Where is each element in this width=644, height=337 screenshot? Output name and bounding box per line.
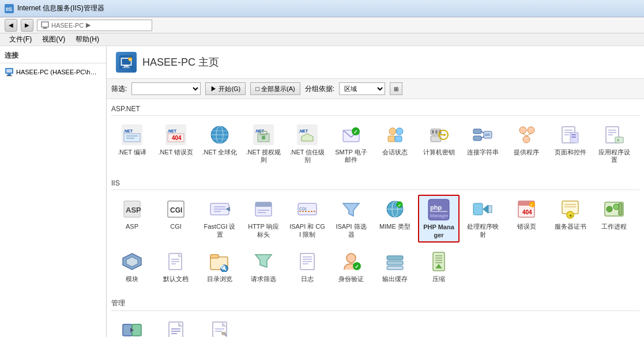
icon-output-cache[interactable]: 输出缓存: [374, 247, 416, 286]
svg-rect-7: [7, 74, 11, 75]
group-label: 分组依据:: [305, 84, 334, 94]
svg-rect-12: [122, 67, 130, 69]
svg-point-116: [607, 206, 612, 212]
svg-line-55: [481, 131, 484, 133]
show-all-button[interactable]: □ 全部显示(A): [250, 82, 300, 95]
icon-handler-map[interactable]: 处理程序映射: [462, 195, 503, 242]
icon-label: .NET 全球化: [202, 149, 238, 156]
svg-point-40: [389, 128, 396, 135]
icon-default-doc[interactable]: 默认文档: [155, 247, 197, 286]
menu-file[interactable]: 文件(F): [5, 33, 36, 46]
icon-dotnet-compile[interactable]: .NET .NET 编译: [111, 120, 153, 166]
icon-label: 身份验证: [338, 275, 364, 283]
start-button[interactable]: ▶ 开始(G): [205, 82, 246, 95]
svg-line-56: [481, 137, 484, 138]
filter-bar: 筛选: ▶ 开始(G) □ 全部显示(A) 分组依据: 区域 ⊞: [107, 79, 644, 99]
page-header: IIS HASEE-PC 主页: [107, 46, 644, 79]
svg-rect-11: [124, 65, 129, 67]
svg-rect-140: [387, 256, 403, 260]
svg-rect-53: [473, 136, 481, 141]
icon-dotnet-error[interactable]: .NET404 .NET 错误页: [155, 120, 197, 166]
icon-label: 会话状态: [382, 149, 408, 156]
icon-func-delegate[interactable]: 功能委派: [111, 316, 153, 337]
iis-icons-grid-2: 模块 默认文档 目录浏览: [111, 247, 639, 286]
svg-rect-68: [571, 134, 576, 135]
sidebar-item-haseepc[interactable]: HASEE-PC (HASEE-PC\hase: [0, 66, 106, 78]
icon-label: ISAPI 和 CGI 限制: [289, 223, 325, 238]
icon-php-manager[interactable]: phpManager PHP Manager: [418, 195, 460, 242]
svg-rect-86: [255, 202, 272, 207]
view-button[interactable]: ⊞: [390, 82, 402, 95]
back-button[interactable]: ◀: [5, 19, 17, 32]
window-title: Internet 信息服务(IIS)管理器: [17, 3, 104, 13]
svg-line-62: [526, 134, 531, 136]
icon-label: 错误页: [517, 223, 536, 230]
icon-page-controls[interactable]: 页面和控件: [549, 120, 591, 166]
icon-shared-config[interactable]: 共享的配置: [155, 316, 197, 337]
icon-asp[interactable]: ASP ASP: [111, 195, 153, 242]
icon-dotnet-trust[interactable]: .NET .NET 信任级别: [287, 120, 328, 166]
iis-label: IIS: [111, 176, 639, 190]
icon-work-process[interactable]: 工作进程: [593, 195, 635, 242]
page-header-icon: IIS: [116, 52, 137, 73]
icon-dir-browse[interactable]: 目录浏览: [199, 247, 240, 286]
svg-rect-17: [124, 134, 140, 142]
content-area: IIS HASEE-PC 主页 筛选: ▶ 开始(G) □ 全部显示(A) 分组…: [107, 46, 644, 337]
icon-error-pages[interactable]: 404! 错误页: [506, 195, 547, 242]
icon-dotnet-globalize[interactable]: .NET 全球化: [199, 120, 240, 166]
icon-dotnet-auth[interactable]: .NET .NET 授权规则: [243, 120, 284, 166]
icon-label: .NET 错误页: [159, 149, 194, 156]
icon-mime[interactable]: ✓ MIME 类型: [374, 195, 416, 242]
filter-select[interactable]: [131, 82, 201, 95]
icon-cgi[interactable]: CGI CGI: [155, 195, 197, 242]
icon-label: .NET 授权规则: [246, 149, 281, 164]
sidebar: 连接 HASEE-PC (HASEE-PC\hase: [0, 46, 107, 337]
icon-isapi-filter[interactable]: ISAPI 筛选器: [330, 195, 372, 242]
icon-auth[interactable]: ✓ 身份验证: [330, 247, 372, 286]
forward-button[interactable]: ▶: [21, 19, 33, 32]
icon-isapi-cgi[interactable]: CGI ISAPI 和 CGI 限制: [287, 195, 328, 242]
sidebar-item-label: HASEE-PC (HASEE-PC\hase: [16, 69, 97, 75]
svg-point-137: [347, 253, 356, 263]
icon-http-headers[interactable]: HTTP 响应标头: [243, 195, 284, 242]
icon-app-settings[interactable]: ≡ 应用程序设置: [593, 120, 635, 166]
server-icon: [5, 67, 14, 77]
icon-server-cert[interactable]: ★ 服务器证书: [549, 195, 591, 242]
icon-smtp[interactable]: ✓ SMTP 电子邮件: [330, 120, 372, 166]
sidebar-title: 连接: [0, 48, 106, 63]
icon-label: ISAPI 筛选器: [333, 223, 369, 238]
svg-rect-2: [42, 22, 48, 27]
page-title: HASEE-PC 主页: [142, 55, 219, 69]
svg-text:✓: ✓: [398, 203, 401, 207]
svg-text:ASP: ASP: [126, 206, 141, 214]
icon-logging[interactable]: 日志: [287, 247, 328, 286]
icon-label: 处理程序映射: [465, 223, 500, 238]
menu-help[interactable]: 帮助(H): [71, 33, 104, 46]
svg-text:ab: ab: [485, 132, 490, 137]
main-layout: 连接 HASEE-PC (HASEE-PC\hase IIS: [0, 46, 644, 337]
address-field: HASEE-PC ▶: [37, 20, 152, 31]
icon-label: SMTP 电子邮件: [333, 149, 369, 164]
icon-conn-string[interactable]: ab 连接字符串: [462, 120, 503, 166]
icon-machine-key[interactable]: 计算机密钥: [418, 120, 460, 166]
icon-label: 服务器证书: [555, 223, 586, 230]
svg-rect-142: [387, 266, 403, 270]
aspnet-icons-grid: .NET .NET 编译 .NET404 .NET 错误页 .NET: [111, 120, 639, 166]
group-select[interactable]: 区域: [339, 82, 385, 95]
icon-fastcgi[interactable]: FastCGI 设置: [199, 195, 240, 242]
icon-session[interactable]: 会话状态: [374, 120, 416, 166]
svg-text:404: 404: [522, 209, 532, 215]
icon-compress[interactable]: 压缩: [418, 247, 460, 286]
icon-modules[interactable]: 模块: [111, 247, 153, 286]
app-icon: IIS: [5, 4, 14, 13]
svg-text:.NET: .NET: [167, 129, 177, 133]
icon-label: CGI: [170, 223, 182, 230]
icon-req-filter[interactable]: 请求筛选: [243, 247, 284, 286]
computer-icon: [41, 21, 49, 29]
address-path: HASEE-PC: [51, 22, 84, 29]
svg-rect-42: [388, 136, 395, 142]
menu-view[interactable]: 视图(V): [37, 33, 70, 46]
icon-providers[interactable]: 提供程序: [506, 120, 547, 166]
iis-icons-grid: ASP ASP CGI CGI FastCGI 设置: [111, 195, 639, 242]
icon-config-editor[interactable]: 配置编辑器: [199, 316, 240, 337]
